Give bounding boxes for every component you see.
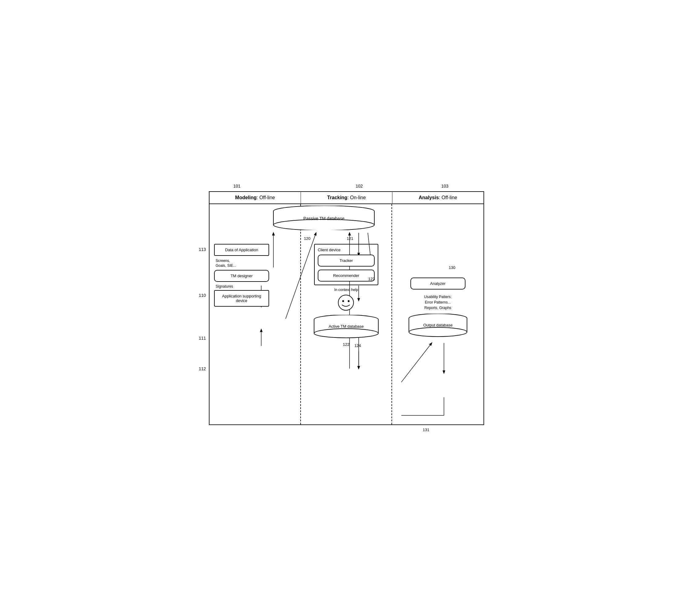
- header-analysis: Analysis: Off-line: [392, 192, 483, 204]
- svg-point-18: [273, 219, 374, 230]
- analyzer-box: Analyzer: [411, 277, 466, 289]
- analyzer-label: Analyzer: [430, 281, 446, 286]
- header-row: Modeling: Off-line Tracking: On-line Ana…: [210, 192, 483, 204]
- data-of-application-label: Data of Application: [225, 248, 258, 252]
- tracker-box: Tracker: [318, 255, 375, 267]
- ref-121: 121: [347, 236, 354, 241]
- passive-db-container: Passive TM database: [255, 206, 393, 231]
- main-content: Data of Application Screens,Goals, SIE..…: [210, 204, 483, 424]
- client-device-label: Client device: [318, 248, 375, 252]
- col-analysis: Analyzer 130 Usability Patters;Error Pat…: [392, 204, 483, 424]
- usability-patterns-label: Usability Patters;Error Patterns...Repor…: [397, 294, 479, 311]
- col-modeling: Data of Application Screens,Goals, SIE..…: [210, 204, 301, 424]
- svg-point-21: [342, 300, 344, 302]
- output-db-svg: Output database: [408, 314, 469, 338]
- tm-designer-label: TM designer: [231, 274, 253, 278]
- passive-db-svg: Passive TM database: [272, 206, 376, 230]
- ref-110: 110: [199, 293, 206, 298]
- ref-111: 111: [199, 336, 206, 341]
- ref-131: 131: [423, 427, 429, 432]
- app-supporting-box: Application supporting device: [214, 290, 269, 307]
- svg-text:Output database: Output database: [423, 323, 453, 327]
- header-tracking: Tracking: On-line: [301, 192, 392, 204]
- recommender-box: Recommender: [318, 270, 375, 282]
- ref-130: 130: [449, 265, 455, 270]
- svg-text:Passive TM database: Passive TM database: [303, 216, 344, 221]
- tracker-label: Tracker: [339, 258, 353, 263]
- svg-point-33: [409, 327, 467, 336]
- ref-103: 103: [441, 184, 448, 189]
- data-of-application-box: Data of Application: [214, 244, 269, 256]
- col-tracking: Passive TM database Client device Tracke…: [301, 204, 392, 424]
- client-device-box: Client device Tracker Recommender 123: [314, 244, 378, 285]
- smiley-svg: [338, 294, 354, 311]
- ref-124: 124: [354, 343, 361, 348]
- screens-goals-label: Screens,Goals, SIE...: [216, 258, 296, 269]
- ref-122-label: 122: [305, 342, 387, 347]
- svg-text:Active TM database: Active TM database: [329, 324, 364, 329]
- ref-120: 120: [304, 236, 311, 241]
- ref-101: 101: [233, 184, 240, 189]
- ref-113: 113: [199, 247, 206, 252]
- recommender-label: Recommender: [333, 273, 359, 278]
- output-db-container: Output database: [397, 314, 479, 339]
- svg-point-20: [338, 295, 354, 310]
- svg-point-27: [314, 329, 378, 338]
- signatures-label: Signatures: [216, 284, 296, 289]
- active-db-svg: Active TM database: [313, 315, 380, 339]
- active-db-container: Active TM database: [305, 315, 387, 341]
- app-supporting-label: Application supporting device: [222, 294, 261, 303]
- header-modeling: Modeling: Off-line: [210, 192, 301, 204]
- in-context-help-label: In context help: [305, 288, 387, 292]
- tm-designer-box: TM designer: [214, 270, 269, 282]
- ref-102: 102: [356, 184, 363, 189]
- svg-point-22: [348, 300, 350, 302]
- ref-112: 112: [199, 366, 206, 371]
- outer-box: Modeling: Off-line Tracking: On-line Ana…: [209, 191, 484, 425]
- diagram-wrapper: 101 102 103 Modeling: Off-line Tracking:…: [209, 191, 484, 425]
- smiley-container: [338, 294, 354, 312]
- ref-123: 123: [368, 277, 375, 281]
